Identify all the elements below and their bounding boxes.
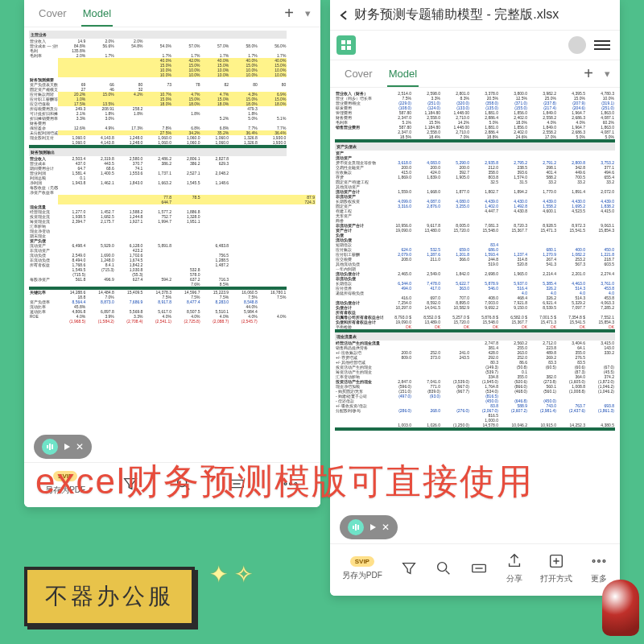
tabs-right: Cover Model + ▾ bbox=[330, 60, 620, 88]
svg-point-22 bbox=[438, 563, 447, 572]
open-icon bbox=[547, 552, 565, 570]
bb-filter[interactable] bbox=[400, 559, 418, 577]
brand-badge: 不器办公服 bbox=[24, 567, 195, 626]
svg-rect-12 bbox=[347, 40, 351, 44]
svg-rect-11 bbox=[341, 40, 345, 44]
svg-point-28 bbox=[598, 560, 601, 563]
avatar[interactable] bbox=[568, 36, 586, 54]
svg-marker-3 bbox=[64, 444, 70, 450]
svg-rect-20 bbox=[357, 525, 359, 530]
bb-more[interactable]: 更多 bbox=[590, 552, 608, 584]
tab-model-right[interactable]: Model bbox=[381, 61, 425, 86]
svip-badge: SVIP bbox=[350, 556, 374, 567]
bb-keyboard[interactable] bbox=[470, 559, 488, 577]
bottombar-right: SVIP 另存为PDF 分享 打开方式 更多 bbox=[330, 543, 620, 596]
svg-rect-2 bbox=[52, 444, 53, 449]
more-icon bbox=[590, 552, 608, 570]
tab-chevron-right-icon[interactable]: ▾ bbox=[601, 68, 613, 80]
svg-rect-13 bbox=[341, 46, 345, 50]
tab-model-left[interactable]: Model bbox=[75, 1, 119, 26]
svg-rect-1 bbox=[49, 444, 51, 450]
bb-pdf[interactable]: SVIP 另存为PDF bbox=[342, 556, 382, 581]
share-icon bbox=[506, 552, 523, 570]
keyboard-icon bbox=[470, 559, 488, 577]
close-icon[interactable]: ✕ bbox=[76, 441, 84, 452]
audio-pill-right[interactable]: ✕ bbox=[340, 515, 398, 539]
mascot-icon bbox=[602, 580, 639, 636]
svg-marker-21 bbox=[370, 524, 376, 530]
svg-line-23 bbox=[446, 571, 450, 575]
tab-add-left[interactable]: + bbox=[276, 4, 302, 23]
bb-search[interactable] bbox=[435, 559, 452, 577]
tab-cover-right[interactable]: Cover bbox=[336, 61, 381, 86]
svg-rect-19 bbox=[355, 524, 357, 530]
phone-right: 财务预测专题辅助模型 - 完整版.xlsx Cover Model + ▾ 营业… bbox=[330, 0, 620, 596]
svg-rect-18 bbox=[353, 526, 354, 529]
menu-icon[interactable] bbox=[594, 39, 610, 51]
tabs-left: Cover Model + ▾ bbox=[24, 0, 320, 27]
sheet-left[interactable]: 主营业务营业收入14.92.0%2.0%营业成本 — 业绩连续预测业务决算分析8… bbox=[24, 27, 320, 462]
svg-rect-14 bbox=[347, 46, 351, 50]
svg-point-27 bbox=[592, 560, 595, 563]
tab-chevron-left-icon[interactable]: ▾ bbox=[302, 7, 314, 19]
close-icon[interactable]: ✕ bbox=[382, 522, 390, 533]
play-icon bbox=[63, 443, 71, 451]
audio-icon bbox=[42, 439, 58, 455]
svg-rect-0 bbox=[47, 445, 48, 448]
sparkle-icon: ✦ ✧ bbox=[209, 561, 253, 588]
back-icon[interactable] bbox=[338, 10, 349, 21]
tab-cover-left[interactable]: Cover bbox=[31, 1, 75, 26]
file-title: 财务预测专题辅助模型 - 完整版.xlsx bbox=[354, 6, 559, 23]
filter-icon bbox=[400, 559, 418, 577]
header-right: 财务预测专题辅助模型 - 完整版.xlsx bbox=[330, 0, 620, 31]
audio-pill-left[interactable]: ✕ bbox=[34, 435, 92, 459]
subbar-right bbox=[330, 31, 620, 60]
overlay-caption: excel财务预测模版可直接使用 bbox=[35, 459, 615, 503]
search-icon bbox=[435, 559, 452, 577]
audio-icon bbox=[348, 519, 364, 535]
bb-open[interactable]: 打开方式 bbox=[540, 552, 572, 584]
grid-toggle-icon[interactable] bbox=[336, 35, 356, 55]
svg-point-29 bbox=[603, 560, 605, 563]
tab-add-right[interactable]: + bbox=[576, 64, 601, 83]
play-icon bbox=[369, 523, 377, 531]
bb-share[interactable]: 分享 bbox=[506, 552, 523, 584]
phone-left: Cover Model + ▾ 主营业务营业收入14.92.0%2.0%营业成本… bbox=[24, 0, 320, 507]
